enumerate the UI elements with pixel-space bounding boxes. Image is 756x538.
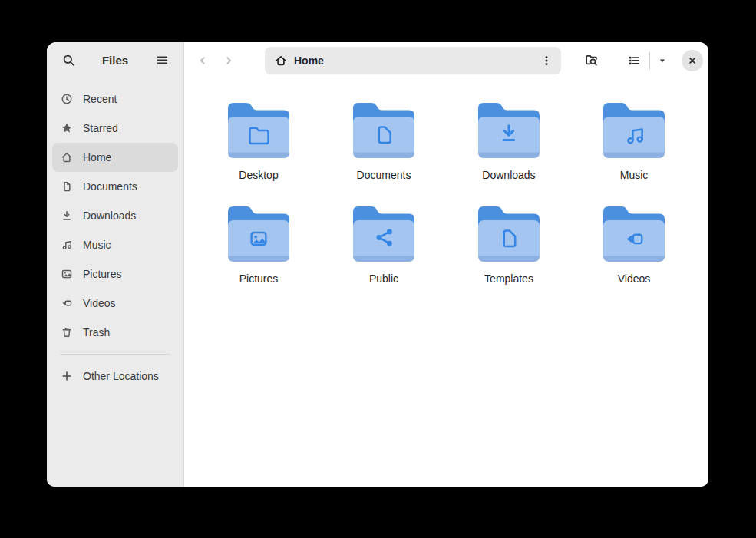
folder-item-documents[interactable]: Documents xyxy=(342,101,426,182)
sidebar-item-label: Trash xyxy=(83,326,110,338)
documents-icon xyxy=(61,180,73,193)
folder-item-desktop[interactable]: Desktop xyxy=(216,101,301,182)
dropdown-arrow-icon xyxy=(657,55,668,66)
folder-item-downloads[interactable]: Downloads xyxy=(467,101,551,182)
videos-icon xyxy=(61,297,73,309)
folder-icon xyxy=(478,101,540,158)
sidebar-item-home[interactable]: Home xyxy=(52,143,178,172)
view-switcher xyxy=(621,48,672,74)
folder-item-templates[interactable]: Templates xyxy=(467,205,551,286)
sidebar-item-downloads[interactable]: Downloads xyxy=(52,201,178,230)
view-switcher-separator xyxy=(649,52,650,69)
folder-item-public[interactable]: Public xyxy=(342,205,426,286)
sidebar-item-label: Documents xyxy=(83,180,137,193)
sidebar-header: Files xyxy=(47,42,183,78)
sidebar-item-videos[interactable]: Videos xyxy=(52,289,178,318)
sidebar-item-other-locations[interactable]: Other Locations xyxy=(52,361,178,391)
current-location-label: Home xyxy=(294,54,529,67)
toolbar: Home xyxy=(184,42,708,78)
forward-button[interactable] xyxy=(216,48,242,74)
sidebar-item-label: Pictures xyxy=(83,268,122,280)
list-view-button[interactable] xyxy=(621,48,647,74)
window-close-button[interactable] xyxy=(682,50,703,71)
home-icon xyxy=(275,54,287,67)
main-pane: Home xyxy=(184,42,708,487)
sidebar-item-documents[interactable]: Documents xyxy=(52,172,178,201)
files-window: Files Recent Starred Home Documents xyxy=(47,42,708,487)
plus-icon xyxy=(61,370,73,382)
folder-label: Documents xyxy=(357,169,411,182)
music-icon xyxy=(61,239,73,251)
home-icon xyxy=(61,151,73,163)
toolbar-right xyxy=(578,48,703,74)
sidebar-item-label: Home xyxy=(83,151,111,163)
folder-icon xyxy=(353,205,414,262)
folder-icon xyxy=(228,205,289,262)
folder-label: Templates xyxy=(484,272,533,286)
kebab-menu-icon xyxy=(540,54,553,67)
folder-label: Desktop xyxy=(239,169,278,182)
back-button[interactable] xyxy=(190,48,216,74)
starred-icon xyxy=(61,122,73,134)
sidebar-item-pictures[interactable]: Pictures xyxy=(52,259,178,289)
downloads-icon xyxy=(61,210,73,222)
folder-icon xyxy=(353,101,414,158)
recent-icon xyxy=(61,93,73,105)
sidebar-item-music[interactable]: Music xyxy=(52,230,178,259)
folder-icon xyxy=(228,101,289,158)
main-menu-button[interactable] xyxy=(150,48,174,73)
view-options-button[interactable] xyxy=(652,48,672,74)
sidebar-item-label: Downloads xyxy=(83,210,136,222)
folder-item-music[interactable]: Music xyxy=(592,101,676,182)
folder-label: Music xyxy=(620,169,649,182)
chevron-right-icon xyxy=(223,54,235,67)
sidebar-item-label: Other Locations xyxy=(83,370,159,382)
app-title: Files xyxy=(102,54,128,67)
list-view-icon xyxy=(628,54,640,67)
folder-label: Public xyxy=(369,272,398,286)
folder-icon xyxy=(478,205,540,262)
folder-icon xyxy=(603,205,665,262)
path-bar[interactable]: Home xyxy=(265,47,561,74)
folder-label: Downloads xyxy=(482,169,535,182)
pictures-icon xyxy=(61,268,73,280)
search-icon xyxy=(62,54,75,67)
sidebar-item-label: Videos xyxy=(83,297,116,309)
hamburger-menu-icon xyxy=(156,54,169,67)
sidebar: Files Recent Starred Home Documents xyxy=(47,42,184,487)
folder-icon xyxy=(603,101,665,158)
search-everywhere-button[interactable] xyxy=(578,48,604,74)
sidebar-item-label: Recent xyxy=(83,93,117,105)
sidebar-item-starred[interactable]: Starred xyxy=(52,114,178,143)
sidebar-item-recent[interactable]: Recent xyxy=(52,84,178,114)
folder-label: Pictures xyxy=(239,272,279,286)
search-button[interactable] xyxy=(56,48,81,73)
location-menu-button[interactable] xyxy=(536,50,557,71)
folder-search-icon xyxy=(585,54,598,67)
sidebar-item-label: Starred xyxy=(83,122,118,134)
folder-item-videos[interactable]: Videos xyxy=(592,205,676,286)
sidebar-list: Recent Starred Home Documents Downloads … xyxy=(47,78,183,391)
folder-item-pictures[interactable]: Pictures xyxy=(216,205,301,286)
sidebar-item-label: Music xyxy=(83,239,111,251)
folder-grid: Desktop Documents Downloads Music Pictur… xyxy=(184,78,708,487)
sidebar-item-trash[interactable]: Trash xyxy=(52,318,178,347)
sidebar-divider xyxy=(61,354,170,355)
trash-icon xyxy=(61,326,73,338)
folder-label: Videos xyxy=(618,272,651,286)
chevron-left-icon xyxy=(196,54,209,67)
close-icon xyxy=(686,54,698,67)
